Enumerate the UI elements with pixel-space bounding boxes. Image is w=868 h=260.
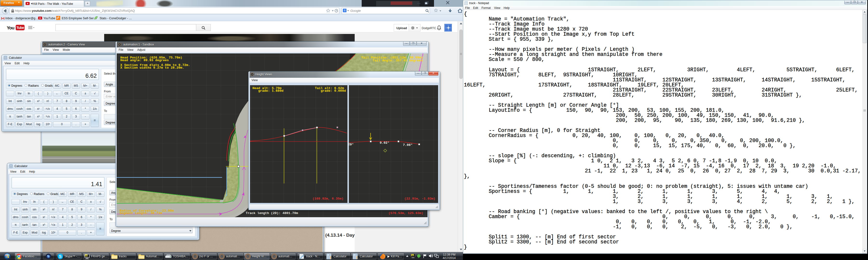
svg-text:X Section widths 9.27m to 28.2: X Section widths 9.27m to 28.20m. — [120, 66, 184, 70]
svg-text:Track length (2D): 4801.70m: Track length (2D): 4801.70m — [246, 211, 298, 215]
svg-text:99: 99 — [411, 255, 413, 256]
svg-text:99: 99 — [85, 255, 87, 257]
svg-text:(576.53m, 125.63m): (576.53m, 125.63m) — [389, 211, 424, 215]
svg-text:grade: 1.680d: grade: 1.680d — [258, 89, 283, 93]
svg-text:Head angle: 89.93 degrees: Head angle: 89.93 degrees — [120, 59, 169, 62]
svg-text:grade: 0.000d: grade: 0.000d — [321, 89, 346, 93]
svg-text:Segment Length: 38.73m: Segment Length: 38.73m — [120, 211, 162, 215]
svg-text:0.02°: 0.02° — [380, 141, 390, 145]
svg-text:(169.92m, 6.35m): (169.92m, 6.35m) — [312, 197, 344, 200]
svg-text:7.08°: 7.08° — [403, 143, 412, 147]
svg-text:(22.91m, -1.03m): (22.91m, -1.03m) — [404, 197, 435, 200]
svg-text:29°: 29° — [349, 143, 354, 146]
svg-text:Tail Angle: 357.41 degrees: Tail Angle: 357.41 degrees — [373, 59, 423, 62]
svg-text:S: S — [59, 254, 61, 259]
